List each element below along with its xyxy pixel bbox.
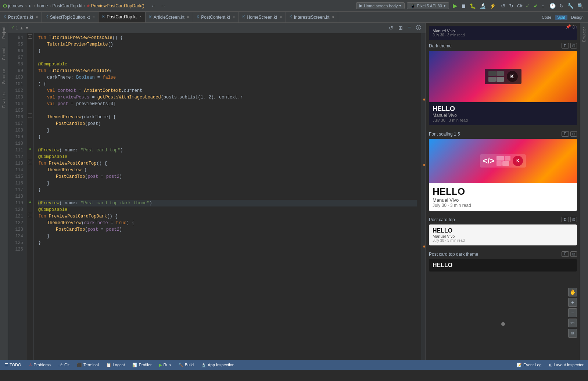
post-card-top-save-btn[interactable]: 🗒 — [562, 217, 569, 222]
code-line-105 — [38, 107, 417, 114]
git-check2[interactable]: ✔ — [532, 2, 539, 10]
tab-postcardtop-close[interactable]: × — [139, 15, 141, 19]
build-item[interactable]: 🔨 Build — [177, 363, 195, 367]
git-push[interactable]: ↑ — [540, 2, 546, 10]
post-card-top-expand-btn[interactable]: ⊡ — [570, 217, 577, 222]
app-inspection-item[interactable]: 🔬 App Inspection — [200, 363, 236, 367]
zoom-out-btn[interactable]: − — [568, 308, 577, 317]
emulator-label[interactable]: Emulator — [581, 24, 587, 45]
problems-item[interactable]: ⚠ Problems — [27, 363, 52, 367]
font-scaling-save-btn[interactable]: 🗒 — [562, 131, 569, 137]
simple-author: Manuel Vivo — [433, 234, 573, 238]
problems-icon: ⚠ — [29, 363, 32, 367]
hand-tool-btn[interactable]: ✋ — [568, 288, 577, 296]
tab-selecttopicbutton-label: SelectTopicButton.kt — [50, 15, 90, 20]
layers-btn[interactable]: ≡ — [406, 24, 412, 32]
refresh-btn[interactable]: ↻ — [558, 2, 565, 10]
grid-btn[interactable]: ⊞ — [397, 24, 404, 32]
tab-postcards-close[interactable]: × — [36, 15, 38, 19]
tab-postcontent[interactable]: K PostContent.kt × — [193, 12, 239, 23]
layout-inspector-label: Layout Inspector — [554, 363, 584, 367]
info-panel-icon[interactable]: ⓘ — [573, 24, 577, 30]
fold-94[interactable]: - — [28, 34, 32, 39]
gear-119[interactable]: ⚙ — [28, 200, 32, 204]
fold-106[interactable]: - — [28, 114, 32, 118]
git-checkmark[interactable]: ✓ — [524, 2, 531, 10]
back-btn[interactable]: ← — [150, 2, 158, 10]
prev-btn[interactable]: ▲ — [19, 26, 24, 30]
zoom-reset-btn[interactable]: 1:1 — [568, 319, 577, 327]
dark-theme-expand-btn[interactable]: ⊡ — [570, 43, 577, 48]
tab-postcards[interactable]: K PostCards.kt × — [0, 12, 42, 23]
gutter-122 — [26, 218, 33, 225]
tab-interestsscreen-close[interactable]: × — [332, 15, 334, 19]
design-view-btn[interactable]: Design — [570, 14, 585, 20]
undo-btn[interactable]: ↺ — [499, 2, 507, 10]
redo-btn[interactable]: ↻ — [508, 2, 515, 10]
git-controls: Git: ✓ ✔ ↑ — [517, 2, 546, 10]
tab-articlescreen-close[interactable]: × — [187, 15, 189, 19]
sidebar-favorites[interactable]: Favorites — [1, 90, 7, 111]
todo-item[interactable]: ☰ TODO — [3, 363, 23, 367]
editor-view-controls: Code Split Design — [540, 14, 588, 20]
font-scaling-inner: </> — [480, 154, 526, 168]
editor-actions: ↺ ⊞ ≡ ⓘ — [387, 24, 423, 32]
tab-interestsscreen[interactable]: K InterestsScreen.kt × — [286, 12, 338, 23]
coverage-btn[interactable]: 🔬 — [478, 2, 487, 10]
zoom-in-btn[interactable]: + — [568, 298, 577, 307]
bc-ui[interactable]: ui — [29, 3, 32, 8]
device-selector[interactable]: 📱 Pixel 5 API 30 ▾ — [407, 2, 449, 9]
fold-121[interactable]: - — [28, 213, 32, 217]
tab-postcardtop[interactable]: K PostCardTop.kt × — [98, 12, 146, 23]
bc-home[interactable]: home — [37, 3, 48, 8]
zoom-fit-btn[interactable]: ⊡ — [568, 329, 577, 338]
sidebar-structure[interactable]: Structure — [1, 66, 7, 87]
git-item[interactable]: ⎇ Git — [57, 363, 71, 367]
code-content[interactable]: fun TutorialPreviewFontscale() { Tutoria… — [34, 33, 421, 360]
next-btn[interactable]: ▼ — [25, 26, 29, 30]
tab-selecttopicbutton[interactable]: K SelectTopicButton.kt × — [42, 12, 98, 23]
profiler-icon: 📊 — [132, 363, 137, 367]
layout-inspector-item[interactable]: ⊞ Layout Inspector — [548, 363, 585, 367]
tab-selecttopicbutton-close[interactable]: × — [93, 15, 95, 19]
sidebar-commit[interactable]: Commit — [1, 44, 7, 63]
preview-content[interactable]: Manuel Vivo July 30 · 3 min read Dark th… — [426, 23, 580, 360]
profile-btn[interactable]: ⚡ — [488, 2, 497, 10]
stop-btn[interactable]: ⏹ — [459, 2, 467, 10]
post-card-top-dark-title: Post card top dark theme — [429, 252, 478, 257]
pin-icon[interactable]: 📌 — [566, 24, 571, 30]
tab-postcontent-close[interactable]: × — [233, 15, 235, 19]
run-btn[interactable]: ▶ — [451, 1, 459, 10]
event-log-item[interactable]: 📝 Event Log — [515, 363, 543, 367]
tab-homescreen-close[interactable]: × — [280, 15, 282, 19]
debug-btn[interactable]: 🐛 — [468, 2, 477, 10]
bc-file[interactable]: PostCardTop.kt — [52, 3, 82, 8]
logcat-item[interactable]: 📋 Logcat — [105, 363, 126, 367]
refresh-preview-btn[interactable]: ↺ — [387, 24, 395, 32]
font-scaling-expand-btn[interactable]: ⊡ — [570, 131, 577, 137]
tab-homescreen[interactable]: K HomeScreen.kt × — [239, 12, 286, 23]
clock-btn[interactable]: 🕐 — [548, 2, 557, 10]
split-view-btn[interactable]: Split — [555, 15, 567, 20]
tab-articlescreen[interactable]: K ArticleScreen.kt × — [146, 12, 193, 23]
code-line-96: } — [38, 48, 417, 54]
terminal-item[interactable]: ⬛ Terminal — [75, 363, 100, 367]
post-card-top-dark-save-btn[interactable]: 🗒 — [562, 251, 569, 257]
font-scaling-card-body: HELLO Manuel Vivo July 30 · 3 min read — [429, 183, 577, 211]
search-btn[interactable]: 🔍 — [576, 2, 585, 10]
fold-113[interactable]: - — [28, 160, 32, 164]
preview-selector[interactable]: ▶ Home screen body ▾ — [356, 2, 405, 9]
post-card-top-dark-expand-btn[interactable]: ⊡ — [570, 251, 577, 257]
editor-toolbar: ✓ 1 ▲ ▼ ↺ ⊞ ≡ ⓘ — [8, 23, 426, 33]
run-item[interactable]: ▶ Run — [158, 363, 172, 367]
gear-111[interactable]: ⚙ — [28, 147, 32, 151]
gutter-109 — [26, 132, 33, 139]
code-view-btn[interactable]: Code — [540, 14, 553, 20]
fwd-btn[interactable]: → — [159, 2, 167, 10]
code-scrollbar[interactable] — [421, 33, 426, 360]
info-btn[interactable]: ⓘ — [415, 24, 423, 32]
tools-btn[interactable]: 🔧 — [566, 2, 575, 10]
profiler-item[interactable]: 📊 Profiler — [131, 363, 153, 367]
sidebar-project[interactable]: Project — [1, 24, 7, 42]
dark-theme-save-btn[interactable]: 🗒 — [562, 43, 569, 48]
